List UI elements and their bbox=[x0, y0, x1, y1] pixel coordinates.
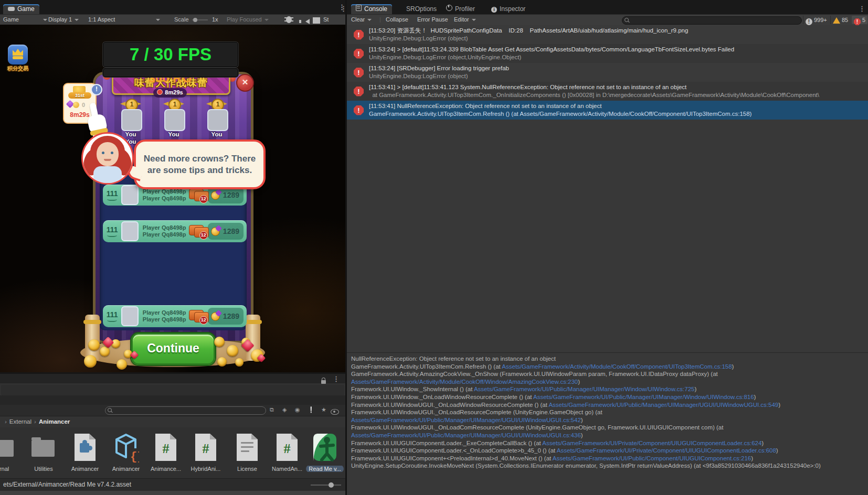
console-log-entry[interactable]: ![11:53:41] > [default]11:53:41.123 Syst… bbox=[347, 82, 868, 101]
error-icon: ! bbox=[354, 105, 364, 115]
stack-trace-link[interactable]: Assets/GameFramework/UI/Public/Manager/U… bbox=[474, 386, 695, 392]
tab-game-label: Game bbox=[17, 5, 35, 13]
gem-icon bbox=[215, 225, 222, 232]
laurel-icon bbox=[107, 319, 117, 322]
asset-script[interactable]: #NamedAn... bbox=[268, 433, 306, 472]
stack-trace-link[interactable]: Assets/GameFramework/UI/Public/Manager/U… bbox=[351, 432, 581, 438]
unity-editor-window: Game ⋮ Game Display 1 1:1 Aspect Scale 1… bbox=[0, 0, 868, 495]
tab-sroptions[interactable]: SROptions bbox=[401, 4, 441, 14]
console-search-input[interactable] bbox=[622, 16, 802, 25]
asset-script[interactable]: #HybridAni... bbox=[186, 433, 225, 472]
stack-trace-link[interactable]: Assets/GameFramework/UI/Public/Component… bbox=[553, 455, 751, 461]
tab-inspector[interactable]: iInspector bbox=[486, 4, 530, 14]
row-avatar-slot bbox=[121, 221, 138, 241]
warning-count-toggle[interactable]: 85 bbox=[830, 16, 850, 24]
thumbnail-size-slider[interactable] bbox=[311, 485, 341, 486]
stack-trace-line: UnityEngine.SetupCoroutine.InvokeMoveNex… bbox=[351, 462, 868, 470]
breadcrumb-current[interactable]: Animancer bbox=[39, 418, 70, 425]
tab-game[interactable]: Game bbox=[3, 4, 39, 14]
scale-slider[interactable] bbox=[192, 19, 208, 20]
leaderboard-row[interactable]: 111Player Qq8498pPlayer Qq8498p121289 bbox=[103, 220, 247, 242]
asset-grid: ernalUtilitiesAnimancer{}Animancer#Anima… bbox=[0, 427, 345, 478]
coin-icon bbox=[73, 102, 79, 108]
rank-card-rank: 31st bbox=[68, 92, 91, 99]
chest-count-badge: 12 bbox=[199, 316, 208, 325]
console-tab-bar: ⋮ Console SROptions Profiler iInspector … bbox=[347, 0, 868, 14]
clear-button[interactable]: Clear bbox=[351, 15, 372, 25]
stack-trace-link[interactable]: Assets/GameFramework/UI/Public/Manager/U… bbox=[351, 417, 581, 423]
display-dropdown[interactable]: Display 1 bbox=[48, 15, 79, 25]
stack-trace-text: Framework.UI.UIWindowUGUI._OnLoadResourc… bbox=[351, 409, 602, 415]
tab-profiler[interactable]: Profiler bbox=[441, 4, 480, 14]
console-log-entry[interactable]: ![11:53:24] > [default]11:53:24.339 Blob… bbox=[347, 44, 868, 63]
editor-dropdown[interactable]: Editor bbox=[454, 15, 476, 25]
log-entry-text: [11:53:41] > [default]11:53:41.123 Syste… bbox=[369, 83, 819, 99]
window-edge bbox=[0, 491, 345, 495]
play-focused-dropdown[interactable]: Play Focused bbox=[227, 15, 269, 25]
stack-trace-link[interactable]: Assets/GameFramework/UI/Public/Manager/U… bbox=[533, 394, 754, 400]
stack-trace-link[interactable]: Assets/GameFramework/UI/Private/Componen… bbox=[542, 440, 761, 446]
row-coin-value: 1289 bbox=[223, 312, 239, 320]
stack-trace-link[interactable]: Assets/GameFramework/Activity/Module/Coo… bbox=[502, 363, 732, 370]
log-entry-text: [11:53:20] 资源丢失！ HUDSpritePathConfigData… bbox=[369, 27, 688, 42]
project-search-input[interactable] bbox=[105, 406, 266, 415]
asset-asmdef[interactable]: Animancer bbox=[66, 433, 104, 472]
asset-folder[interactable]: Utilities bbox=[24, 433, 63, 472]
event-timer: 8m29s bbox=[153, 88, 187, 98]
info-count-toggle[interactable]: !999+ bbox=[803, 16, 829, 24]
row-coin-box: 1289 bbox=[208, 187, 244, 203]
asset-text[interactable]: License bbox=[228, 433, 267, 472]
info-icon: i bbox=[491, 7, 497, 13]
open-asset-icon[interactable]: ⧉ bbox=[270, 406, 274, 413]
coin-icon bbox=[211, 312, 220, 321]
csharp-hash-icon: # bbox=[195, 441, 216, 457]
tab-console[interactable]: Console bbox=[351, 4, 392, 14]
stack-trace-text: ) bbox=[578, 379, 580, 385]
console-menu-icon[interactable]: ⋮ bbox=[859, 5, 865, 13]
aspect-dropdown[interactable]: 1:1 Aspect bbox=[88, 15, 160, 25]
asset-label: HybridAni... bbox=[186, 466, 225, 472]
asset-script[interactable]: #Animance... bbox=[146, 433, 185, 472]
points-trade-icon[interactable] bbox=[8, 45, 28, 64]
stack-trace-text: Framework.UI.UIWindowUGUI._OnLoadComReso… bbox=[351, 424, 723, 431]
collapse-button[interactable]: Collapse bbox=[386, 15, 408, 25]
project-panel-spacer bbox=[0, 395, 345, 405]
script-icon: # bbox=[193, 433, 219, 464]
stack-trace-text: Framework.UI.UIWindow._ShowInternal () (… bbox=[351, 386, 474, 392]
close-button[interactable]: ✕ bbox=[236, 74, 254, 92]
project-panel-menu-icon[interactable]: ⋮ bbox=[333, 375, 340, 383]
scale-label: Scale bbox=[174, 15, 189, 25]
asset-folder[interactable]: ernal bbox=[0, 433, 22, 472]
coin-decor bbox=[88, 339, 100, 351]
stack-trace-text: ) bbox=[694, 386, 696, 392]
error-pause-button[interactable]: Error Pause bbox=[417, 15, 448, 25]
search-icon bbox=[624, 18, 629, 22]
breadcrumb-parent[interactable]: External bbox=[9, 418, 31, 425]
stack-trace-text: ) bbox=[732, 363, 734, 370]
asmdef-icon bbox=[72, 433, 98, 464]
pillar-left bbox=[85, 315, 100, 361]
stack-trace-link[interactable]: Assets/GameFramework/Activity/Module/Coo… bbox=[351, 379, 578, 385]
page-shape: # bbox=[277, 434, 298, 461]
left-dock-menu-icon[interactable]: ⋮ bbox=[340, 5, 347, 13]
favorite-star-icon[interactable]: ★ bbox=[321, 406, 326, 413]
stack-trace-line: GameFramework.Activity.UITop3ItemCom.Ref… bbox=[351, 363, 868, 371]
stack-trace-link[interactable]: Assets/GameFramework/UI/Private/Componen… bbox=[557, 447, 776, 454]
continue-button[interactable]: Continue bbox=[131, 333, 215, 365]
hidden-packages-icon[interactable]: ❕ bbox=[308, 406, 315, 413]
search-by-type-icon[interactable]: ◈ bbox=[282, 406, 287, 413]
stack-trace-link[interactable]: Assets/GameFramework/UI/Public/Manager/U… bbox=[548, 402, 778, 408]
stats-button[interactable]: St bbox=[323, 15, 344, 25]
leaderboard-row[interactable]: 111Player Qq8498pPlayer Qq8498p121289 bbox=[103, 305, 247, 327]
asset-readme[interactable]: Read Me v... bbox=[305, 433, 344, 472]
search-by-label-icon[interactable]: ◉ bbox=[295, 406, 300, 413]
asset-package[interactable]: {}Animancer bbox=[107, 433, 145, 472]
console-log-entry[interactable]: ![11:53:41] NullReferenceException: Obje… bbox=[347, 101, 868, 120]
log-line-2: UnityEngine.Debug:LogError (object,Unity… bbox=[369, 53, 734, 61]
podium-avatar-slot bbox=[121, 109, 142, 131]
error-count-toggle[interactable]: !5 bbox=[852, 16, 867, 24]
console-log-entry[interactable]: ![11:53:20] 资源丢失！ HUDSpritePathConfigDat… bbox=[347, 25, 868, 44]
console-log-entry[interactable]: ![11:53:24] [SRDebugger] Error loading t… bbox=[347, 63, 868, 82]
coin-decor bbox=[84, 355, 97, 368]
game-mode-dropdown[interactable]: Game bbox=[3, 15, 47, 25]
